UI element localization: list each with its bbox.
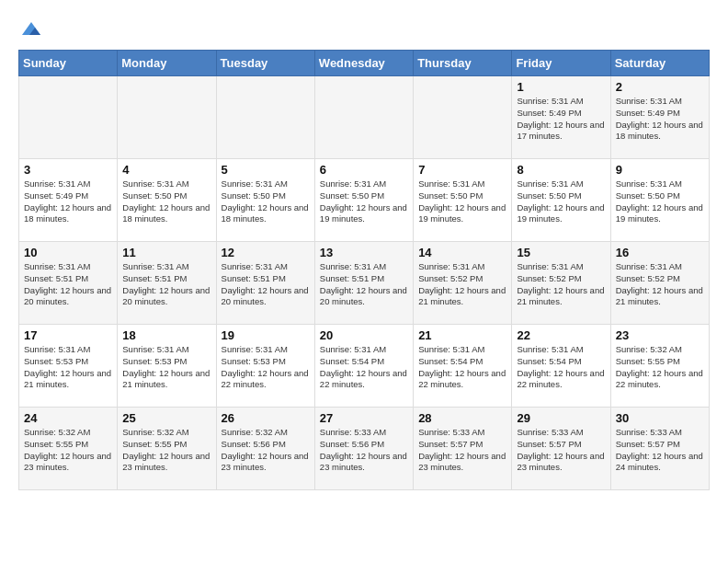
calendar-cell: 11Sunrise: 5:31 AM Sunset: 5:51 PM Dayli… [118,242,216,325]
calendar-cell: 29Sunrise: 5:33 AM Sunset: 5:57 PM Dayli… [512,408,610,490]
day-number: 24 [24,411,112,425]
weekday-header-monday: Monday [118,51,216,76]
day-info: Sunrise: 5:33 AM Sunset: 5:57 PM Dayligh… [517,427,605,474]
day-number: 26 [222,411,310,425]
day-number: 16 [616,246,704,259]
calendar-week-4: 17Sunrise: 5:31 AM Sunset: 5:53 PM Dayli… [19,325,710,408]
calendar-cell: 3Sunrise: 5:31 AM Sunset: 5:49 PM Daylig… [19,159,118,242]
calendar-cell: 13Sunrise: 5:31 AM Sunset: 5:51 PM Dayli… [314,242,413,325]
calendar-cell: 1Sunrise: 5:31 AM Sunset: 5:49 PM Daylig… [512,76,610,159]
day-info: Sunrise: 5:32 AM Sunset: 5:55 PM Dayligh… [122,427,210,474]
calendar-cell: 23Sunrise: 5:32 AM Sunset: 5:55 PM Dayli… [610,325,709,408]
day-info: Sunrise: 5:32 AM Sunset: 5:55 PM Dayligh… [616,344,704,391]
calendar-cell [314,76,413,159]
day-info: Sunrise: 5:31 AM Sunset: 5:49 PM Dayligh… [24,178,112,225]
weekday-header-friday: Friday [512,51,610,76]
day-number: 15 [517,246,605,259]
day-number: 1 [517,80,605,94]
day-number: 13 [320,246,408,259]
day-number: 17 [24,328,112,342]
day-info: Sunrise: 5:31 AM Sunset: 5:52 PM Dayligh… [418,261,506,308]
calendar-cell: 18Sunrise: 5:31 AM Sunset: 5:53 PM Dayli… [118,325,216,408]
day-info: Sunrise: 5:31 AM Sunset: 5:52 PM Dayligh… [517,261,605,308]
calendar-cell: 6Sunrise: 5:31 AM Sunset: 5:50 PM Daylig… [314,159,413,242]
day-number: 30 [616,411,704,425]
day-info: Sunrise: 5:31 AM Sunset: 5:51 PM Dayligh… [122,261,210,308]
weekday-header-wednesday: Wednesday [314,51,413,76]
calendar-week-3: 10Sunrise: 5:31 AM Sunset: 5:51 PM Dayli… [19,242,710,325]
day-info: Sunrise: 5:31 AM Sunset: 5:49 PM Dayligh… [517,96,605,143]
day-number: 25 [122,411,210,425]
calendar-cell: 19Sunrise: 5:31 AM Sunset: 5:53 PM Dayli… [216,325,314,408]
day-info: Sunrise: 5:31 AM Sunset: 5:53 PM Dayligh… [222,344,310,391]
calendar-cell: 25Sunrise: 5:32 AM Sunset: 5:55 PM Dayli… [118,408,216,490]
calendar-cell: 9Sunrise: 5:31 AM Sunset: 5:50 PM Daylig… [610,159,709,242]
calendar-cell: 5Sunrise: 5:31 AM Sunset: 5:50 PM Daylig… [216,159,314,242]
calendar-cell: 15Sunrise: 5:31 AM Sunset: 5:52 PM Dayli… [512,242,610,325]
day-info: Sunrise: 5:31 AM Sunset: 5:53 PM Dayligh… [24,344,112,391]
day-info: Sunrise: 5:31 AM Sunset: 5:54 PM Dayligh… [320,344,408,391]
day-number: 12 [222,246,310,259]
calendar-cell: 24Sunrise: 5:32 AM Sunset: 5:55 PM Dayli… [19,408,118,490]
calendar-cell [414,76,512,159]
calendar-cell: 16Sunrise: 5:31 AM Sunset: 5:52 PM Dayli… [610,242,709,325]
calendar-cell: 30Sunrise: 5:33 AM Sunset: 5:57 PM Dayli… [610,408,709,490]
day-number: 18 [122,328,210,342]
calendar-cell: 17Sunrise: 5:31 AM Sunset: 5:53 PM Dayli… [19,325,118,408]
day-number: 8 [517,163,605,177]
day-number: 4 [122,163,210,177]
day-info: Sunrise: 5:33 AM Sunset: 5:56 PM Dayligh… [320,427,408,474]
weekday-header-thursday: Thursday [414,51,512,76]
day-number: 21 [418,328,506,342]
weekday-header-tuesday: Tuesday [216,51,314,76]
day-info: Sunrise: 5:31 AM Sunset: 5:50 PM Dayligh… [222,178,310,225]
page-header [18,18,710,40]
day-number: 20 [320,328,408,342]
calendar-cell: 4Sunrise: 5:31 AM Sunset: 5:50 PM Daylig… [118,159,216,242]
calendar-cell: 22Sunrise: 5:31 AM Sunset: 5:54 PM Dayli… [512,325,610,408]
day-number: 2 [616,80,704,94]
calendar-cell: 10Sunrise: 5:31 AM Sunset: 5:51 PM Dayli… [19,242,118,325]
calendar-cell: 8Sunrise: 5:31 AM Sunset: 5:50 PM Daylig… [512,159,610,242]
day-info: Sunrise: 5:31 AM Sunset: 5:50 PM Dayligh… [418,178,506,225]
logo [18,18,42,40]
day-info: Sunrise: 5:31 AM Sunset: 5:51 PM Dayligh… [222,261,310,308]
day-number: 27 [320,411,408,425]
day-info: Sunrise: 5:32 AM Sunset: 5:56 PM Dayligh… [222,427,310,474]
calendar-cell: 21Sunrise: 5:31 AM Sunset: 5:54 PM Dayli… [414,325,512,408]
calendar-cell [19,76,118,159]
calendar-cell: 28Sunrise: 5:33 AM Sunset: 5:57 PM Dayli… [414,408,512,490]
day-info: Sunrise: 5:31 AM Sunset: 5:53 PM Dayligh… [122,344,210,391]
day-info: Sunrise: 5:31 AM Sunset: 5:52 PM Dayligh… [616,261,704,308]
day-number: 5 [222,163,310,177]
day-info: Sunrise: 5:31 AM Sunset: 5:50 PM Dayligh… [122,178,210,225]
weekday-header-sunday: Sunday [19,51,118,76]
calendar-cell: 20Sunrise: 5:31 AM Sunset: 5:54 PM Dayli… [314,325,413,408]
day-number: 3 [24,163,112,177]
day-info: Sunrise: 5:31 AM Sunset: 5:51 PM Dayligh… [24,261,112,308]
calendar-cell [216,76,314,159]
day-number: 23 [616,328,704,342]
day-number: 22 [517,328,605,342]
day-number: 19 [222,328,310,342]
calendar-week-1: 1Sunrise: 5:31 AM Sunset: 5:49 PM Daylig… [19,76,710,159]
calendar-table: SundayMondayTuesdayWednesdayThursdayFrid… [18,50,710,490]
logo-icon [20,18,42,40]
day-info: Sunrise: 5:31 AM Sunset: 5:54 PM Dayligh… [418,344,506,391]
calendar-week-2: 3Sunrise: 5:31 AM Sunset: 5:49 PM Daylig… [19,159,710,242]
day-info: Sunrise: 5:32 AM Sunset: 5:55 PM Dayligh… [24,427,112,474]
calendar-cell: 14Sunrise: 5:31 AM Sunset: 5:52 PM Dayli… [414,242,512,325]
day-number: 14 [418,246,506,259]
calendar-cell: 2Sunrise: 5:31 AM Sunset: 5:49 PM Daylig… [610,76,709,159]
day-number: 6 [320,163,408,177]
day-info: Sunrise: 5:33 AM Sunset: 5:57 PM Dayligh… [616,427,704,474]
day-info: Sunrise: 5:33 AM Sunset: 5:57 PM Dayligh… [418,427,506,474]
calendar-cell: 27Sunrise: 5:33 AM Sunset: 5:56 PM Dayli… [314,408,413,490]
day-number: 28 [418,411,506,425]
calendar-cell: 26Sunrise: 5:32 AM Sunset: 5:56 PM Dayli… [216,408,314,490]
day-info: Sunrise: 5:31 AM Sunset: 5:50 PM Dayligh… [517,178,605,225]
weekday-header-saturday: Saturday [610,51,709,76]
calendar-cell: 7Sunrise: 5:31 AM Sunset: 5:50 PM Daylig… [414,159,512,242]
day-info: Sunrise: 5:31 AM Sunset: 5:54 PM Dayligh… [517,344,605,391]
day-info: Sunrise: 5:31 AM Sunset: 5:51 PM Dayligh… [320,261,408,308]
